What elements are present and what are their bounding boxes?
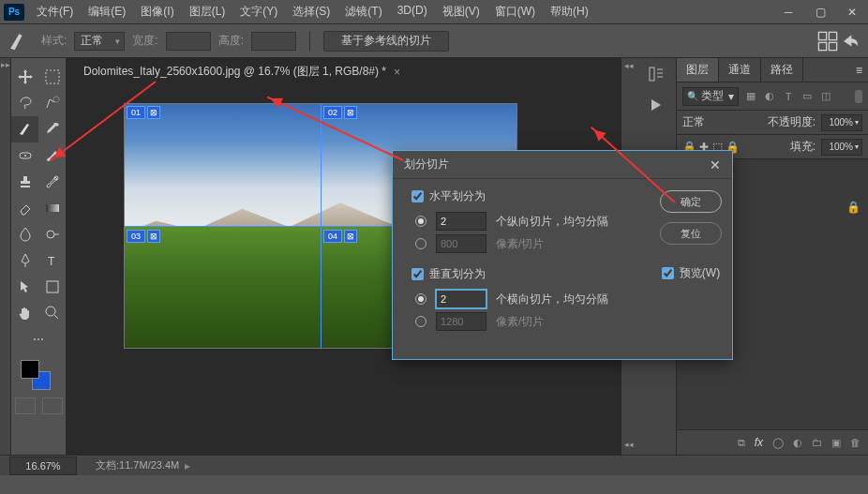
width-input[interactable] <box>166 32 211 51</box>
v-count-radio[interactable] <box>415 293 427 305</box>
divide-slice-dialog: 划分切片 ✕ 水平划分为 个纵向切片，均匀分隔 像素/切片 垂直划分为 <box>392 150 733 360</box>
h-count-radio[interactable] <box>415 216 427 227</box>
app-icon: Ps <box>4 4 24 21</box>
blur-tool[interactable] <box>11 221 38 247</box>
paths-tab[interactable]: 路径 <box>761 58 803 82</box>
height-input[interactable] <box>251 32 296 51</box>
menu-type[interactable]: 文字(Y) <box>233 0 284 23</box>
vertical-divide-checkbox[interactable]: 垂直划分为 <box>412 266 642 282</box>
fx-icon[interactable]: fx <box>755 436 763 449</box>
app-menu: 文件(F) 编辑(E) 图像(I) 图层(L) 文字(Y) 选择(S) 滤镜(T… <box>30 0 595 23</box>
eyedropper-tool[interactable] <box>38 116 66 142</box>
filter-type-icon[interactable]: T <box>782 90 795 103</box>
filter-toggle[interactable] <box>855 90 862 103</box>
channels-tab[interactable]: 通道 <box>719 58 761 82</box>
mask-icon[interactable]: ◯ <box>772 437 784 449</box>
healing-tool[interactable] <box>11 142 38 169</box>
v-pixels-suffix: 像素/切片 <box>496 314 544 330</box>
new-layer-icon[interactable]: ▣ <box>831 437 841 449</box>
menu-help[interactable]: 帮助(H) <box>544 0 595 23</box>
menu-filter[interactable]: 滤镜(T) <box>338 0 388 23</box>
menu-image[interactable]: 图像(I) <box>134 0 180 23</box>
options-bar: 样式: 正常 宽度: 高度: 基于参考线的切片 <box>0 24 868 58</box>
pen-tool[interactable] <box>11 247 38 274</box>
slice-from-guides-button[interactable]: 基于参考线的切片 <box>323 31 449 52</box>
h-count-input[interactable] <box>436 212 486 231</box>
doc-info-chevron-icon[interactable]: ▸ <box>185 459 190 472</box>
filter-pixel-icon[interactable]: ▦ <box>744 90 757 103</box>
dialog-close-icon[interactable]: ✕ <box>710 157 721 172</box>
zoom-field[interactable]: 16.67% <box>9 457 77 475</box>
opacity-input[interactable]: 100% <box>821 114 862 131</box>
marquee-tool[interactable] <box>38 64 66 90</box>
width-label: 宽度: <box>132 33 157 49</box>
v-pixels-input <box>436 312 486 331</box>
minimize-button[interactable]: ─ <box>772 0 804 24</box>
gradient-tool[interactable] <box>38 195 66 221</box>
layer-filter-select[interactable]: 🔍 类型 ▾ <box>682 87 739 106</box>
adjustment-icon[interactable]: ◐ <box>793 437 802 449</box>
link-layers-icon[interactable]: ⧉ <box>738 437 745 449</box>
maximize-button[interactable]: ▢ <box>804 0 836 24</box>
actions-panel-icon[interactable] <box>648 97 665 116</box>
height-label: 高度: <box>218 33 244 49</box>
quick-mask-icon[interactable] <box>15 397 36 414</box>
view-grid-icon[interactable] <box>817 31 838 52</box>
ok-button[interactable]: 确定 <box>660 190 722 213</box>
quick-select-tool[interactable] <box>38 90 66 116</box>
menu-file[interactable]: 文件(F) <box>30 0 80 23</box>
type-tool[interactable]: T <box>38 247 66 274</box>
svg-rect-0 <box>818 32 826 39</box>
current-tool-icon[interactable] <box>7 31 34 52</box>
dialog-title: 划分切片 <box>404 157 449 172</box>
blend-mode-select[interactable]: 正常 <box>682 114 705 130</box>
delete-layer-icon[interactable]: 🗑 <box>850 437 861 448</box>
style-select[interactable]: 正常 <box>74 32 125 51</box>
history-brush-tool[interactable] <box>38 169 66 195</box>
svg-rect-1 <box>829 32 836 39</box>
menu-3d[interactable]: 3D(D) <box>391 0 434 23</box>
group-icon[interactable]: 🗀 <box>812 437 822 448</box>
close-button[interactable]: ✕ <box>836 0 868 24</box>
svg-rect-11 <box>47 281 58 292</box>
screen-mode-icon[interactable] <box>42 397 63 414</box>
slice-tool[interactable] <box>11 116 38 142</box>
reset-button[interactable]: 复位 <box>660 222 722 245</box>
fill-input[interactable]: 100% <box>821 139 862 156</box>
h-pixels-radio[interactable] <box>415 238 427 249</box>
menu-edit[interactable]: 编辑(E) <box>82 0 132 23</box>
dodge-tool[interactable] <box>38 221 66 247</box>
hand-tool[interactable] <box>11 300 38 326</box>
edit-toolbar[interactable]: ⋯ <box>11 326 66 352</box>
v-pixels-radio[interactable] <box>415 316 427 327</box>
history-panel-icon[interactable] <box>648 66 665 85</box>
svg-rect-2 <box>818 42 826 50</box>
menu-select[interactable]: 选择(S) <box>286 0 337 23</box>
menu-bar: Ps 文件(F) 编辑(E) 图像(I) 图层(L) 文字(Y) 选择(S) 滤… <box>0 0 868 24</box>
horizontal-divide-checkbox[interactable]: 水平划分为 <box>412 188 642 204</box>
panel-menu-icon[interactable]: ≡ <box>850 58 868 82</box>
menu-window[interactable]: 窗口(W) <box>488 0 542 23</box>
tool-column-collapse[interactable]: ▸▸ <box>0 58 11 455</box>
share-icon[interactable] <box>840 31 861 52</box>
stamp-tool[interactable] <box>11 169 38 195</box>
filter-smart-icon[interactable]: ◫ <box>819 90 832 103</box>
doc-info[interactable]: 文档:11.7M/23.4M <box>96 458 179 472</box>
v-count-input[interactable] <box>436 290 486 308</box>
path-select-tool[interactable] <box>11 274 38 300</box>
zoom-tool[interactable] <box>38 300 66 326</box>
move-tool[interactable] <box>11 64 38 90</box>
menu-view[interactable]: 视图(V) <box>436 0 486 23</box>
filter-adjust-icon[interactable]: ◐ <box>763 90 776 103</box>
h-count-suffix: 个纵向切片，均匀分隔 <box>496 214 608 230</box>
lasso-tool[interactable] <box>11 90 38 116</box>
filter-shape-icon[interactable]: ▭ <box>801 90 814 103</box>
close-tab-icon[interactable]: × <box>394 66 400 79</box>
menu-layer[interactable]: 图层(L) <box>183 0 232 23</box>
shape-tool[interactable] <box>38 274 66 300</box>
eraser-tool[interactable] <box>11 195 38 221</box>
preview-checkbox[interactable]: 预览(W) <box>662 265 720 281</box>
document-tab[interactable]: Dolomites_Italy_2560x1600.jpg @ 16.7% (图… <box>73 60 411 82</box>
color-swatches[interactable] <box>11 358 66 394</box>
layers-tab[interactable]: 图层 <box>677 58 719 82</box>
